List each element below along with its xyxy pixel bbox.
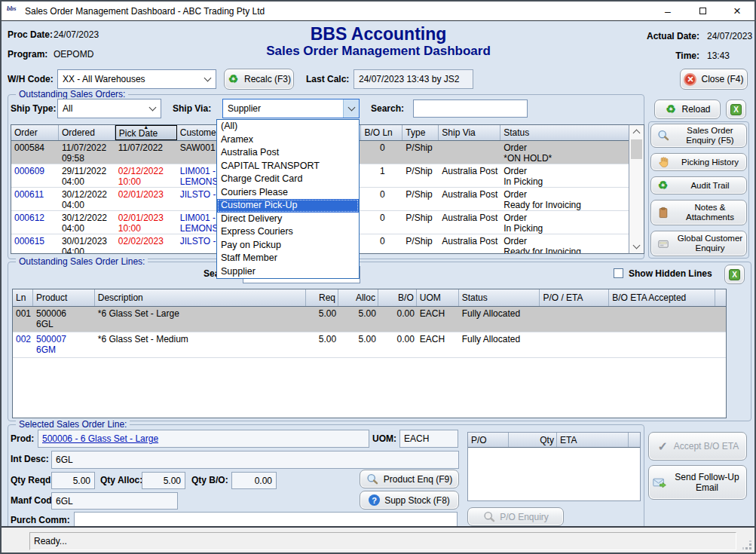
column-header[interactable]: Type <box>402 125 439 140</box>
side-button-audit-trail[interactable]: ♻Audit Trail <box>650 176 747 194</box>
cell-product: 5000066GL <box>33 307 95 332</box>
column-header[interactable]: P/O <box>468 433 509 447</box>
qty-reqd-label: Qty Reqd: <box>11 475 54 485</box>
button-label: Audit Trail <box>674 181 746 191</box>
sort-asc-icon: ▲ <box>143 124 148 130</box>
close-f4-button[interactable]: ✕ Close (F4) <box>680 69 748 90</box>
cell-status: OrderReady for Invoicing <box>500 234 629 254</box>
purch-comm-label: Purch Comm: <box>11 515 70 525</box>
window-close-button[interactable]: × <box>720 2 754 20</box>
column-header[interactable]: Accepted <box>645 289 715 306</box>
cell-product: 5000076GM <box>33 332 95 357</box>
show-hidden-lines-label: Show Hidden Lines <box>629 268 712 279</box>
side-button-sales-order-enquiry-f5-[interactable]: Sales Order Enquiry (F5) <box>650 124 747 148</box>
question-icon: ? <box>369 494 380 506</box>
dropdown-option[interactable]: (All) <box>217 120 359 133</box>
accept-bo-eta-button[interactable]: ✓ Accept B/O ETA <box>648 432 747 461</box>
column-header[interactable]: B/O Ln <box>361 125 402 140</box>
recalc-button[interactable]: ♻ Recalc (F3) <box>224 69 294 90</box>
cell-pick-date: 02/01/2023 <box>115 188 177 210</box>
dropdown-option[interactable]: Supplier <box>217 265 359 279</box>
ship-type-label: Ship Type: <box>11 103 56 114</box>
recycle-icon: ♻ <box>657 179 669 192</box>
column-header[interactable]: Ship Via <box>439 125 500 140</box>
po-enquiry-button[interactable]: P/O Enquiry <box>467 507 564 526</box>
product-enq-button[interactable]: Product Enq (F9) <box>360 470 459 488</box>
dropdown-option[interactable]: Express Couriers <box>217 225 359 239</box>
cell-uom: EACH <box>417 307 459 332</box>
cell-status: Fully Allocated <box>459 332 540 357</box>
titlebar: bbs Sales Order Management Dashboard - A… <box>2 2 754 21</box>
actual-date-value: 24/07/2023 <box>707 31 752 41</box>
column-header[interactable] <box>715 289 726 306</box>
qty-alloc-field: 5.00 <box>142 472 185 489</box>
scrollbar-thumb[interactable] <box>631 139 642 159</box>
column-header[interactable]: B/O <box>378 289 417 306</box>
column-header[interactable] <box>629 433 640 447</box>
table-row[interactable]: 0025000076GM*6 Glass Set - Medium5.005.0… <box>13 332 726 358</box>
dropdown-option[interactable]: Direct Delivery <box>217 213 359 226</box>
ship-type-select[interactable]: All <box>57 99 161 118</box>
column-header[interactable]: Alloc <box>338 289 378 306</box>
resize-grip-icon[interactable] <box>742 540 752 550</box>
send-follow-up-email-button[interactable]: Send Follow-Up Email <box>648 465 747 500</box>
side-button-global-customer-enquiry[interactable]: Global Customer Enquiry <box>650 231 747 256</box>
prod-link[interactable]: 500006 - 6 Glass Set - Large <box>42 433 158 444</box>
column-header[interactable]: Order <box>11 125 59 140</box>
reload-button[interactable]: ♻ Reload <box>654 99 721 119</box>
column-header[interactable]: Ordered <box>59 125 115 140</box>
lines-export-excel-button[interactable]: X <box>724 265 745 284</box>
column-header[interactable]: Description <box>95 289 306 306</box>
column-header[interactable]: Req <box>306 289 338 306</box>
orders-search-input[interactable] <box>413 99 528 118</box>
dropdown-option[interactable]: Australia Post <box>217 146 359 160</box>
column-header[interactable]: Pick Date▲ <box>115 125 177 140</box>
cell-ship-via: Australia Post <box>439 164 500 187</box>
dropdown-option[interactable]: Staff Member <box>217 252 359 265</box>
side-button-picking-history[interactable]: Picking History <box>650 153 747 171</box>
wh-code-select[interactable]: XX - All Warehouses <box>57 69 216 89</box>
dropdown-option[interactable]: Charge Credit Card <box>217 173 359 186</box>
column-header[interactable]: Ln <box>13 289 33 306</box>
dropdown-option[interactable]: Customer Pick-Up <box>217 199 359 213</box>
column-header[interactable]: ETA <box>557 433 629 447</box>
recycle-icon: ♻ <box>227 73 240 86</box>
button-label: Sales Order Enquiry (F5) <box>674 126 746 145</box>
cell-type: P/Ship <box>402 141 439 164</box>
time-label: Time: <box>597 51 699 61</box>
orders-export-excel-button[interactable]: X <box>726 99 746 119</box>
column-header[interactable]: B/O ETA <box>609 289 645 306</box>
cell-bo-ln: 0 <box>361 234 402 254</box>
orders-scrollbar[interactable] <box>629 124 644 254</box>
show-hidden-lines-checkbox[interactable] <box>614 268 623 278</box>
column-header[interactable]: Product <box>33 289 95 306</box>
actual-date-label: Actual Date: <box>597 31 699 41</box>
magnifier-icon <box>657 130 669 142</box>
column-header[interactable]: Qty <box>509 433 557 447</box>
dropdown-option[interactable]: Pay on Pickup <box>217 239 359 253</box>
status-text: Ready... <box>29 532 736 550</box>
column-header[interactable]: UOM <box>417 289 459 306</box>
scroll-down-icon[interactable] <box>629 240 644 253</box>
ship-type-value: All <box>58 103 145 114</box>
column-header[interactable]: Status <box>500 125 629 140</box>
cell-pick-date: 02/01/202310:00 <box>115 211 177 234</box>
cell-type: P/Ship <box>402 211 439 234</box>
column-header[interactable]: P/O / ETA <box>540 289 609 306</box>
side-button-notes-attachments[interactable]: Notes & Attachments <box>650 200 747 225</box>
ship-via-select[interactable]: Supplier <box>222 99 360 118</box>
dropdown-option[interactable]: Aramex <box>217 133 359 147</box>
maximize-icon <box>699 8 706 14</box>
lines-table: LnProductDescriptionReqAllocB/OUOMStatus… <box>12 289 727 418</box>
scroll-up-icon[interactable] <box>629 125 644 138</box>
supp-stock-button[interactable]: ? Supp Stock (F8) <box>360 491 459 510</box>
table-row[interactable]: 0015000066GL*6 Glass Set - Large5.005.00… <box>13 307 726 332</box>
cell-gutter <box>715 332 726 357</box>
dropdown-option[interactable]: CAPITAL TRANSPORT <box>217 160 359 173</box>
column-header[interactable]: Status <box>459 289 540 306</box>
cell-uom: EACH <box>417 332 459 357</box>
cell-ordered: 30/12/202204:00 <box>59 188 115 210</box>
window-minimize-button[interactable]: – <box>650 2 685 20</box>
window-maximize-button[interactable] <box>685 2 720 20</box>
dropdown-option[interactable]: Couriers Please <box>217 186 359 200</box>
